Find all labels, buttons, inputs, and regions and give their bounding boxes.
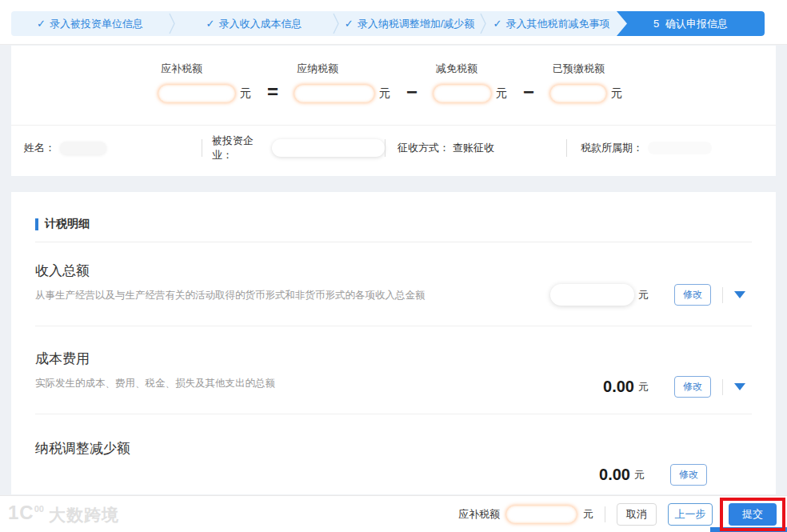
step-separator — [480, 11, 486, 36]
unit-label: 元 — [583, 507, 593, 522]
row-total-income: 收入总额 从事生产经营以及与生产经营有关的活动取得的货币形式和非货币形式的各项收… — [35, 242, 752, 326]
section-header: 计税明细 — [35, 192, 752, 242]
step-1-invested-unit-info[interactable]: ✓ 录入被投资单位信息 — [11, 11, 169, 36]
footer-controls: 应补税额 元 取消 上一步 提交 — [458, 496, 785, 532]
term-label: 减免税额 — [433, 62, 507, 76]
prepaid-tax-input[interactable] — [550, 85, 606, 102]
previous-step-button[interactable]: 上一步 — [668, 503, 713, 526]
info-tax-period: 税款所属期： — [567, 141, 712, 155]
edit-button[interactable]: 修改 — [674, 284, 711, 306]
tax-period-label: 税款所属期： — [581, 141, 643, 155]
unit-label: 元 — [611, 86, 622, 101]
watermark-logo: 1C00 大数跨境 — [8, 502, 119, 526]
divider — [722, 287, 723, 303]
row-value-redacted — [550, 284, 634, 306]
edit-button[interactable]: 修改 — [674, 376, 711, 398]
row-actions: 0.00 元 修改 — [599, 464, 707, 486]
term-tax-due: 应纳税额 元 — [294, 62, 390, 102]
term-tax-reduction: 减免税额 元 — [433, 62, 507, 102]
highlight-box: 提交 — [720, 498, 785, 531]
step-separator — [333, 11, 339, 36]
unit-label: 元 — [240, 86, 251, 101]
tax-summary-card: 应补税额 元 = 应纳税额 元 − 减免税额 元 − 已预缴税额 — [11, 46, 776, 176]
row-actions: 0.00 元 修改 — [603, 376, 745, 398]
footer-action-bar: 1C00 大数跨境 应补税额 元 取消 上一步 提交 — [0, 495, 787, 532]
expand-arrow-icon[interactable] — [734, 383, 745, 390]
unit-label: 元 — [496, 86, 507, 101]
tax-period-value-redacted — [648, 142, 712, 154]
invested-company-value-redacted — [272, 139, 385, 157]
step-label: 录入被投资单位信息 — [50, 17, 143, 31]
unit-label: 元 — [638, 288, 649, 302]
row-title: 收入总额 — [35, 262, 752, 280]
section-title: 计税明细 — [45, 217, 90, 231]
step-label: 录入其他税前减免事项 — [505, 17, 609, 31]
row-actions: 元 修改 — [550, 284, 745, 306]
watermark-text: 大数跨境 — [49, 504, 119, 526]
tax-reduction-input[interactable] — [433, 85, 491, 102]
unit-label: 元 — [379, 86, 390, 101]
collection-method-value: 查账征收 — [453, 141, 494, 155]
tax-detail-card: 计税明细 收入总额 从事生产经营以及与生产经营有关的活动取得的货币形式和非货币形… — [11, 192, 776, 494]
invested-company-label: 被投资企业： — [212, 134, 267, 162]
term-prepaid-tax: 已预缴税额 元 — [550, 62, 622, 102]
step-separator — [169, 11, 175, 36]
step-5-confirm-declaration[interactable]: 5 确认申报信息 — [617, 11, 765, 36]
header-band: ✓ 录入被投资单位信息 ✓ 录入收入成本信息 ✓ 录入纳税调整增加/减少额 ✓ … — [0, 0, 787, 45]
step-wizard: ✓ 录入被投资单位信息 ✓ 录入收入成本信息 ✓ 录入纳税调整增加/减少额 ✓ … — [11, 11, 765, 36]
check-icon: ✓ — [206, 18, 215, 30]
info-name: 姓名： — [24, 141, 202, 155]
unit-label: 元 — [634, 468, 645, 482]
step-label: 录入纳税调整增加/减少额 — [358, 17, 475, 31]
check-icon: ✓ — [345, 18, 354, 30]
name-label: 姓名： — [24, 141, 55, 155]
step-4-other-deductions[interactable]: ✓ 录入其他税前减免事项 — [486, 11, 617, 36]
step-number: 5 — [653, 18, 659, 30]
term-tax-payable: 应补税额 元 — [158, 62, 251, 102]
row-tax-adjustment-decrease: 纳税调整减少额 0.00 元 修改 — [35, 414, 752, 497]
submit-button[interactable]: 提交 — [729, 503, 777, 526]
row-title: 纳税调整减少额 — [35, 439, 752, 458]
step-label: 录入收入成本信息 — [218, 17, 302, 31]
tax-formula: 应补税额 元 = 应纳税额 元 − 减免税额 元 − 已预缴税额 — [158, 62, 622, 102]
watermark-mark: 1C00 — [8, 502, 44, 523]
equals-sign: = — [267, 82, 278, 102]
step-label: 确认申报信息 — [665, 17, 728, 31]
row-cost-expense: 成本费用 实际发生的成本、费用、税金、损失及其他支出的总额 0.00 元 修改 — [35, 326, 752, 414]
row-value: 0.00 — [603, 378, 634, 396]
info-invested-company: 被投资企业： — [202, 134, 385, 162]
taxpayer-info-bar: 姓名： 被投资企业： 征收方式： 查账征收 税款所属期： — [24, 126, 768, 170]
edit-button[interactable]: 修改 — [670, 464, 707, 486]
divider — [605, 506, 605, 522]
collection-method-label: 征收方式： — [397, 141, 449, 155]
row-title: 成本费用 — [35, 350, 752, 368]
info-collection-method: 征收方式： 查账征收 — [386, 141, 566, 155]
step-3-tax-adjustment[interactable]: ✓ 录入纳税调整增加/减少额 — [339, 11, 480, 36]
minus-sign: − — [406, 82, 417, 102]
minus-sign: − — [523, 82, 534, 102]
unit-label: 元 — [638, 380, 649, 394]
name-value-redacted — [60, 142, 106, 154]
tax-payable-input[interactable] — [158, 85, 235, 102]
term-label: 应补税额 — [158, 62, 251, 76]
row-value: 0.00 — [599, 466, 630, 484]
section-accent-bar — [35, 218, 38, 230]
cancel-button[interactable]: 取消 — [617, 503, 657, 526]
amount-input[interactable] — [506, 506, 577, 523]
tax-due-input[interactable] — [294, 85, 374, 102]
divider — [722, 379, 723, 395]
check-icon: ✓ — [493, 18, 502, 30]
term-label: 应纳税额 — [294, 62, 390, 76]
step-2-income-cost-info[interactable]: ✓ 录入收入成本信息 — [175, 11, 333, 36]
expand-arrow-icon[interactable] — [734, 291, 745, 298]
term-label: 已预缴税额 — [550, 62, 622, 76]
amount-label: 应补税额 — [458, 507, 500, 522]
row-left: 纳税调整减少额 — [35, 414, 752, 458]
check-icon: ✓ — [37, 18, 46, 30]
